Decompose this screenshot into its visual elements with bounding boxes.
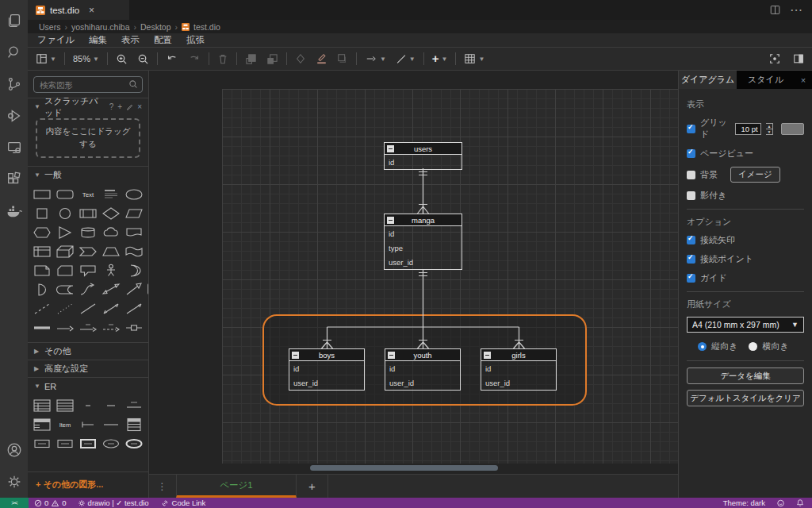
shape-parallelogram[interactable] <box>122 204 145 223</box>
shape-ref-optional[interactable] <box>77 396 100 415</box>
shape-directional-connector[interactable] <box>122 299 145 318</box>
grid-size-stepper[interactable]: ▲▼ <box>766 123 773 135</box>
to-back-icon[interactable] <box>265 52 280 67</box>
breadcrumb-item[interactable]: yoshiharu.chiba <box>71 22 130 32</box>
shape-er-table[interactable] <box>31 396 54 415</box>
clear-default-style-button[interactable]: デフォルトスタイルをクリア <box>687 390 804 406</box>
section-general-header[interactable]: ▼ 一般 <box>28 167 148 183</box>
table-button[interactable]: ▼ <box>462 52 486 66</box>
page-view-button[interactable]: ▼ <box>34 52 58 66</box>
collapse-icon[interactable] <box>387 217 394 224</box>
shape-callout[interactable] <box>77 261 100 280</box>
shape-rounded-rectangle[interactable] <box>54 185 77 204</box>
zoom-level-dropdown[interactable]: 85%▼ <box>71 52 101 65</box>
grid-color-swatch[interactable] <box>781 123 804 135</box>
remote-explorer-icon[interactable] <box>0 132 28 164</box>
shape-cloud[interactable] <box>99 223 122 242</box>
shape-tape[interactable] <box>122 242 145 261</box>
problems-status[interactable]: 0 0 <box>29 498 72 507</box>
shape-er-table-small[interactable] <box>122 415 145 434</box>
shape-link[interactable] <box>31 318 54 337</box>
er-table-field[interactable]: user_id <box>289 375 364 390</box>
redo-icon[interactable] <box>186 52 202 66</box>
shape-square[interactable] <box>31 204 54 223</box>
split-editor-icon[interactable] <box>770 5 780 15</box>
shape-note[interactable] <box>31 261 54 280</box>
shape-step[interactable] <box>77 242 100 261</box>
er-table-header[interactable]: boys <box>289 349 364 361</box>
page-view-checkbox[interactable] <box>687 149 695 158</box>
shape-arrow[interactable] <box>122 280 145 299</box>
portrait-radio[interactable] <box>698 342 707 351</box>
format-panel-toggle-icon[interactable] <box>791 52 806 66</box>
fullscreen-icon[interactable] <box>768 52 782 66</box>
zoom-in-icon[interactable] <box>114 52 129 67</box>
collapse-icon[interactable] <box>484 352 491 359</box>
breadcrumb-item[interactable]: test.dio <box>193 22 220 32</box>
shape-hexagon[interactable] <box>31 223 54 242</box>
shape-line[interactable] <box>77 299 100 318</box>
shape-rectangle[interactable] <box>31 185 54 204</box>
shape-actor[interactable] <box>99 261 122 280</box>
theme-status[interactable]: Theme: dark <box>718 498 771 507</box>
collapse-icon[interactable] <box>388 352 395 359</box>
scratchpad-add-icon[interactable]: + <box>117 102 122 111</box>
shape-data-storage[interactable] <box>54 280 77 299</box>
collapse-icon[interactable] <box>387 145 394 152</box>
section-other-header[interactable]: ▶ その他 <box>28 343 148 360</box>
connection-arrows-checkbox[interactable] <box>687 236 695 244</box>
shape-er-table-titled[interactable] <box>31 415 54 434</box>
shape-item-label[interactable]: Item <box>54 415 77 434</box>
er-table-field[interactable]: id <box>385 361 460 375</box>
shape-arrow-link[interactable] <box>54 318 77 337</box>
grid-size-input[interactable]: 10 pt <box>735 123 761 135</box>
source-control-icon[interactable] <box>0 68 28 100</box>
shape-and[interactable] <box>31 280 54 299</box>
er-table-header[interactable]: youth <box>385 349 460 361</box>
landscape-radio[interactable] <box>749 342 757 351</box>
shape-internal-storage[interactable] <box>31 242 54 261</box>
extensions-icon[interactable] <box>0 164 28 195</box>
er-table-users[interactable]: usersid <box>384 142 462 170</box>
er-table-field[interactable]: id <box>481 361 556 375</box>
shape-bidirectional-arrow[interactable] <box>99 280 122 299</box>
shape-circle[interactable] <box>54 204 77 223</box>
shape-label-line[interactable] <box>122 396 145 415</box>
er-table-header[interactable]: manga <box>385 214 462 226</box>
shape-diamond[interactable] <box>99 204 122 223</box>
format-panel-close-icon[interactable]: × <box>795 71 812 89</box>
shape-textbox[interactable] <box>99 185 122 204</box>
er-table-header[interactable]: girls <box>481 349 556 361</box>
er-table-youth[interactable]: youthiduser_id <box>385 348 461 391</box>
shape-entity-box[interactable] <box>31 434 54 453</box>
guides-checkbox[interactable] <box>687 274 695 283</box>
tab-close-icon[interactable]: × <box>89 5 94 16</box>
editor-more-actions-icon[interactable]: ⋯ <box>790 2 802 17</box>
shape-cylinder[interactable] <box>77 223 100 242</box>
breadcrumb-item[interactable]: Desktop <box>140 22 171 32</box>
shape-cube[interactable] <box>54 242 77 261</box>
shape-document[interactable] <box>122 223 145 242</box>
diagram-canvas[interactable]: usersidmangaidtypeuser_idboysiduser_idyo… <box>149 71 678 474</box>
search-icon[interactable] <box>0 37 28 68</box>
fill-color-icon[interactable] <box>293 52 308 66</box>
settings-gear-icon[interactable] <box>0 466 28 498</box>
paper-size-select[interactable]: A4 (210 mm x 297 mm) ▼ <box>687 317 804 333</box>
er-table-field[interactable]: user_id <box>385 255 462 269</box>
scratchpad-edit-icon[interactable] <box>126 103 133 110</box>
section-advanced-header[interactable]: ▶ 高度な設定 <box>28 360 148 377</box>
remote-indicator[interactable]: >< <box>0 498 29 508</box>
er-table-header[interactable]: users <box>385 143 462 155</box>
shape-entity-oval[interactable] <box>99 434 122 453</box>
tab-style[interactable]: スタイル <box>737 71 795 89</box>
shape-er-table-striped[interactable] <box>54 396 77 415</box>
tab-diagram[interactable]: ダイアグラム <box>679 71 737 89</box>
shape-assoc-line[interactable] <box>99 415 122 434</box>
shape-labeled-dashed-line[interactable] <box>99 318 122 337</box>
notifications-bell-icon[interactable] <box>791 498 812 507</box>
tab-test-dio[interactable]: test.dio × <box>28 0 129 20</box>
docker-icon[interactable] <box>0 195 28 227</box>
er-table-field[interactable]: id <box>289 361 364 375</box>
er-table-field[interactable]: id <box>385 226 462 241</box>
shape-card[interactable] <box>54 261 77 280</box>
